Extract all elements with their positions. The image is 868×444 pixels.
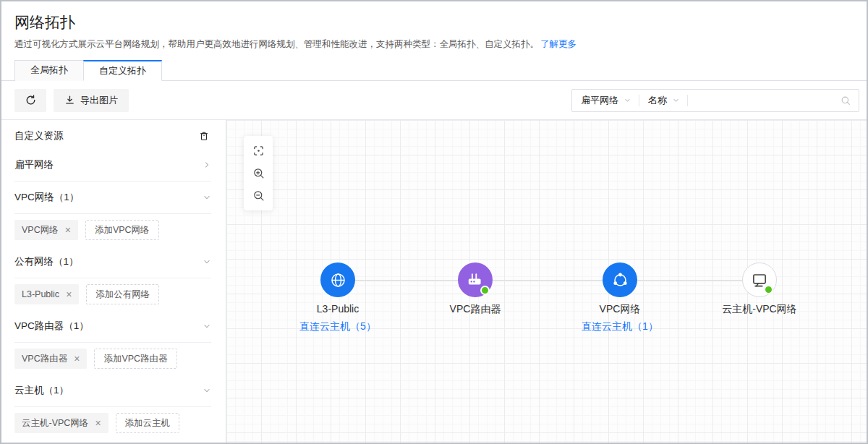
node-label: L3-Public xyxy=(284,302,392,315)
chevron-down-icon xyxy=(203,257,211,266)
page-description-text: 通过可视化方式展示云平台网络规划，帮助用户更高效地进行网络规划、管理和性能改进，… xyxy=(14,39,539,49)
filter-field-dropdown[interactable]: 名称 xyxy=(639,90,687,111)
sidebar-title-row: 自定义资源 xyxy=(14,120,211,149)
resource-tag-vpc-router: VPC路由器 × xyxy=(14,349,87,369)
tabs-bar: 全局拓扑 自定义拓扑 xyxy=(1,60,867,81)
node-attached-vms-link[interactable]: 直连云主机（5） xyxy=(284,320,392,333)
sidebar-title: 自定义资源 xyxy=(14,129,64,142)
add-vpc-router-button[interactable]: 添加VPC路由器 xyxy=(94,349,176,369)
zoom-out-button[interactable] xyxy=(244,184,273,207)
refresh-icon xyxy=(25,94,37,106)
resource-tag-vpc-network: VPC网络 × xyxy=(14,220,78,240)
tag-label: VPC路由器 xyxy=(22,353,67,365)
add-public-network-button[interactable]: 添加公有网络 xyxy=(86,284,159,304)
chevron-down-icon xyxy=(203,322,211,330)
public-network-tag-row: L3-Public × 添加公有网络 xyxy=(14,278,211,310)
fit-view-icon xyxy=(252,145,265,157)
clear-all-button[interactable] xyxy=(197,129,211,143)
vm-tag-row: 云主机-VPC网络 × 添加云主机 xyxy=(14,407,211,439)
page-title: 网络拓扑 xyxy=(14,12,854,33)
zoom-out-icon xyxy=(252,189,265,202)
network-topology-page: 网络拓扑 通过可视化方式展示云平台网络规划，帮助用户更高效地进行网络规划、管理和… xyxy=(0,0,868,444)
status-dot-running xyxy=(480,286,490,295)
learn-more-link[interactable]: 了解更多 xyxy=(540,39,576,49)
close-icon[interactable]: × xyxy=(95,418,101,428)
sidebar-section-vm[interactable]: 云主机（1） xyxy=(14,375,211,407)
zoom-in-button[interactable] xyxy=(244,162,273,184)
section-label: 云主机（1） xyxy=(14,384,69,397)
add-vpc-network-button[interactable]: 添加VPC网络 xyxy=(85,220,159,240)
toolbar: 导出图片 扁平网络 名称 xyxy=(1,81,867,120)
close-icon[interactable]: × xyxy=(74,354,80,364)
search-icon xyxy=(840,95,851,106)
filter-type-value: 扁平网络 xyxy=(581,94,618,107)
filter-field-value: 名称 xyxy=(648,94,667,107)
tag-label: 云主机-VPC网络 xyxy=(22,417,88,430)
tag-label: L3-Public xyxy=(22,289,59,299)
page-description: 通过可视化方式展示云平台网络规划，帮助用户更高效地进行网络规划、管理和性能改进，… xyxy=(14,38,854,51)
trash-icon xyxy=(198,130,210,142)
resource-tag-vm-vpc-network: 云主机-VPC网络 × xyxy=(14,413,109,433)
node-label: VPC路由器 xyxy=(421,302,529,315)
filter-type-dropdown[interactable]: 扁平网络 xyxy=(572,90,639,111)
sidebar-section-vpc-router[interactable]: VPC路由器（1） xyxy=(14,310,211,343)
node-label: VPC网络 xyxy=(566,302,674,315)
toolbar-left: 导出图片 xyxy=(14,89,129,112)
node-vpc-router: VPC路由器 xyxy=(421,262,529,315)
chevron-down-icon xyxy=(203,193,211,202)
refresh-button[interactable] xyxy=(14,89,46,112)
node-attached-vms-link[interactable]: 直连云主机（1） xyxy=(566,320,674,333)
section-label: VPC路由器（1） xyxy=(14,320,89,333)
content-area: 自定义资源 扁平网络 VPC网络（1） xyxy=(1,120,867,443)
tag-label: VPC网络 xyxy=(22,224,59,236)
resource-tag-l3-public: L3-Public × xyxy=(14,284,79,304)
sidebar-section-flat-network[interactable]: 扁平网络 xyxy=(14,149,211,182)
node-vm: 云主机-VPC网络 xyxy=(705,262,814,315)
tab-global-topology[interactable]: 全局拓扑 xyxy=(14,60,84,81)
close-icon[interactable]: × xyxy=(66,289,72,299)
vpc-router-node-circle[interactable] xyxy=(458,262,493,297)
vpc-network-tag-row: VPC网络 × 添加VPC网络 xyxy=(14,214,211,246)
vpc-network-node-circle[interactable] xyxy=(603,262,637,297)
network-share-icon xyxy=(611,271,629,289)
custom-resources-panel: 自定义资源 扁平网络 VPC网络（1） xyxy=(1,120,226,443)
sidebar-section-vpc-network[interactable]: VPC网络（1） xyxy=(14,182,211,214)
search-input[interactable] xyxy=(688,90,833,111)
fit-view-button[interactable] xyxy=(244,140,273,162)
topology-edge xyxy=(338,280,760,281)
page-header: 网络拓扑 通过可视化方式展示云平台网络规划，帮助用户更高效地进行网络规划、管理和… xyxy=(1,1,867,51)
chevron-down-icon xyxy=(672,96,680,104)
add-vm-button[interactable]: 添加云主机 xyxy=(116,413,180,433)
node-label: 云主机-VPC网络 xyxy=(705,302,814,315)
export-image-button[interactable]: 导出图片 xyxy=(54,89,129,112)
status-dot-running xyxy=(764,285,773,294)
sidebar-section-public-network[interactable]: 公有网络（1） xyxy=(14,246,211,278)
section-label: VPC网络（1） xyxy=(14,191,79,204)
download-icon xyxy=(64,95,75,106)
topology-canvas[interactable]: L3-Public 直连云主机（5） VPC路由器 xyxy=(226,120,867,443)
search-button[interactable] xyxy=(833,95,859,106)
tab-custom-topology[interactable]: 自定义拓扑 xyxy=(83,60,162,81)
public-network-node-circle[interactable] xyxy=(320,262,355,297)
vpc-router-tag-row: VPC路由器 × 添加VPC路由器 xyxy=(14,343,211,375)
section-label: 公有网络（1） xyxy=(14,255,79,268)
close-icon[interactable]: × xyxy=(65,225,71,235)
export-image-label: 导出图片 xyxy=(80,94,118,107)
section-label: 扁平网络 xyxy=(14,158,54,171)
vm-node-circle[interactable] xyxy=(742,262,777,297)
zoom-in-icon xyxy=(252,167,265,179)
filter-search-box: 扁平网络 名称 xyxy=(571,89,859,112)
canvas-controls xyxy=(244,136,273,210)
globe-icon xyxy=(329,271,347,289)
chevron-right-icon xyxy=(203,161,211,169)
node-l3-public: L3-Public 直连云主机（5） xyxy=(284,262,392,333)
node-vpc-network: VPC网络 直连云主机（1） xyxy=(566,262,674,333)
chevron-down-icon xyxy=(203,386,211,395)
chevron-down-icon xyxy=(624,96,631,104)
